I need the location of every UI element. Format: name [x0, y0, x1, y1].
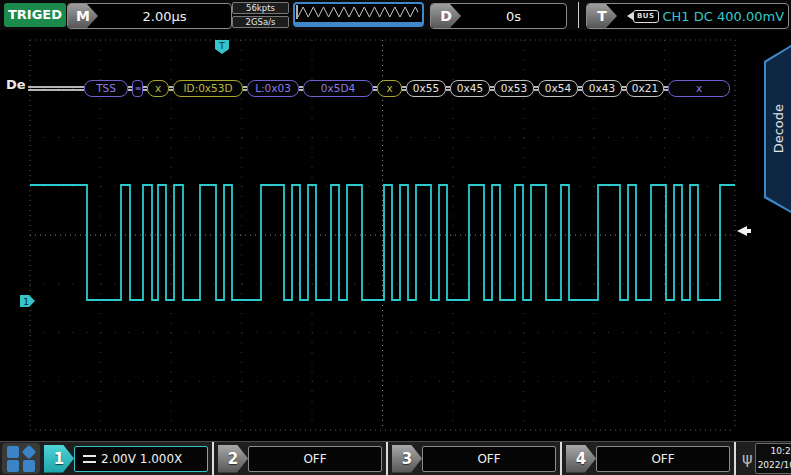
decode-bubble-data: 0x43: [582, 80, 622, 97]
channel-4-badge: 4: [566, 445, 596, 473]
decode-bubble-header-crc: 0x5D4: [303, 80, 373, 97]
channel-4-group[interactable]: 4OFF: [566, 445, 730, 473]
channel-1-value: 2.00V 1.000X: [74, 446, 208, 472]
decode-bubble-crc: x: [668, 80, 730, 97]
channel-groups: 12.00V 1.000X2OFF3OFF4OFF: [44, 442, 740, 475]
delay-control[interactable]: D 0s: [430, 3, 567, 29]
usb-icon: ψ: [742, 449, 753, 468]
timebase-value: 2.00µs: [98, 9, 231, 24]
trigger-source-value: CH1 DC 400.00mV: [659, 9, 788, 24]
decode-bubbles: TSS≡xID:0x53DL:0x030x5D4x0x550x450x530x5…: [84, 80, 730, 97]
bus-icon: BUS: [623, 10, 659, 23]
waveform-display-area: T 1 De TSS≡xID:0x53DL:0x030x5D4x0x550x45…: [0, 30, 791, 441]
delay-label: D: [431, 4, 461, 28]
bottom-channel-bar: 12.00V 1.000X2OFF3OFF4OFF ψ 10:23 2022/1…: [0, 441, 791, 475]
decode-bubble-x: x: [377, 80, 402, 97]
decode-bubble-data: 0x53: [494, 80, 534, 97]
channel-separator: [386, 442, 388, 475]
decode-bubble-data: 0x54: [538, 80, 578, 97]
acquisition-info: 56kpts 2GSa/s: [232, 2, 289, 28]
waveform-preview-window[interactable]: [293, 2, 424, 27]
topbar-separator: [578, 2, 579, 28]
trigger-position-marker[interactable]: T: [215, 40, 229, 54]
menu-app-icon[interactable]: [2, 443, 40, 474]
channel-2-badge: 2: [218, 445, 248, 473]
decode-menu-tab[interactable]: Decode: [764, 45, 791, 213]
channel-1-badge: 1: [44, 445, 74, 473]
bus-arrow-icon: [623, 12, 633, 20]
oscilloscope-screen: { "top_bar": { "trigger_status": "TRIGED…: [0, 0, 791, 475]
memory-depth: 56kpts: [232, 2, 289, 14]
delay-value: 0s: [461, 9, 566, 24]
trigger-status-badge: TRIGED: [4, 3, 66, 27]
channel1-level-marker[interactable]: 1: [20, 295, 35, 307]
date-value: 2022/10/20: [756, 458, 791, 472]
sample-rate: 2GSa/s: [232, 16, 289, 28]
channel-1-group[interactable]: 12.00V 1.000X: [44, 445, 208, 473]
time-value: 10:23: [756, 444, 791, 458]
channel-separator: [734, 442, 736, 475]
decode-bubble-length: L:0x03: [247, 80, 299, 97]
timebase-label: M: [68, 4, 98, 28]
svg-text:T: T: [218, 41, 225, 51]
timebase-control[interactable]: M 2.00µs: [67, 3, 232, 29]
decode-bubble-x: x: [147, 80, 169, 97]
decode-results-row: TSS≡xID:0x53DL:0x030x5D4x0x550x450x530x5…: [28, 79, 730, 97]
channel-2-group[interactable]: 2OFF: [218, 445, 382, 473]
channel-3-group[interactable]: 3OFF: [392, 445, 556, 473]
channel-3-value: OFF: [422, 446, 556, 472]
dc-coupling-icon: [83, 455, 96, 463]
trigger-level-marker[interactable]: [737, 226, 751, 236]
channel-4-value: OFF: [596, 446, 730, 472]
channel-2-value: OFF: [248, 446, 382, 472]
decode-bubble-data: 0x45: [450, 80, 490, 97]
channel-separator: [212, 442, 214, 475]
channel-separator: [560, 442, 562, 475]
top-status-bar: TRIGED M 2.00µs 56kpts 2GSa/s D 0s T BUS…: [0, 0, 791, 30]
decode-bubble-data: 0x21: [626, 80, 664, 97]
decode-bubble-id: ID:0x53D: [173, 80, 243, 97]
preview-zigzag: [295, 4, 418, 20]
decode-row-label: De: [6, 77, 26, 92]
trigger-label: T: [587, 4, 617, 28]
channel-3-badge: 3: [392, 445, 422, 473]
clock-box: 10:23 2022/10/20: [755, 443, 791, 474]
trigger-control[interactable]: T BUS CH1 DC 400.00mV: [586, 3, 789, 29]
channel1-waveform-trace: [30, 185, 735, 300]
decode-idle-line: [28, 86, 84, 91]
decode-bubble-fss: ≡: [132, 80, 143, 97]
svg-text:1: 1: [23, 297, 29, 307]
decode-bubble-tss: TSS: [84, 80, 128, 97]
decode-bubble-data: 0x55: [406, 80, 446, 97]
